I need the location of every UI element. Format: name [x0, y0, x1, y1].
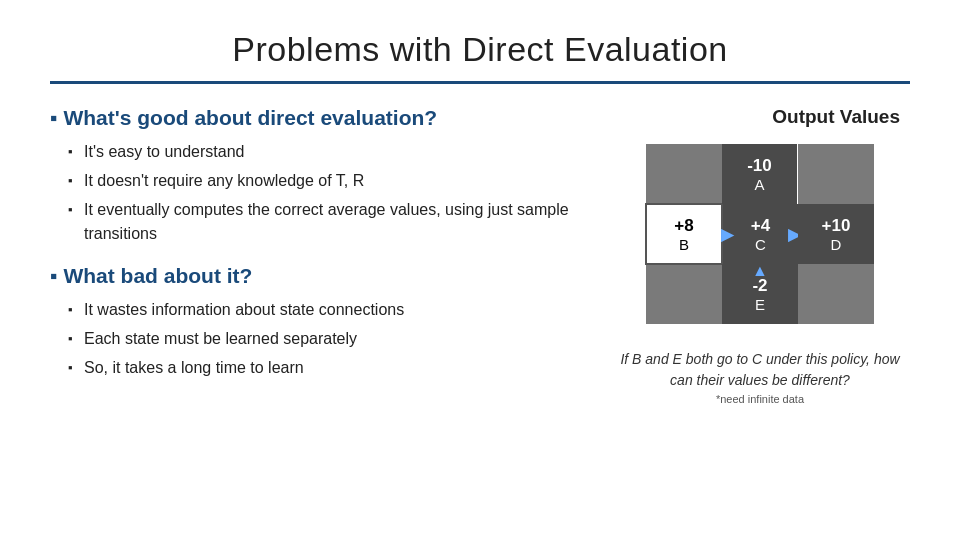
output-grid-container: -10 A +8 B — [645, 144, 875, 339]
grid-cell-d: +10 D — [798, 204, 874, 264]
grid-row-3: ▲ -2 E — [646, 264, 874, 324]
grid-cell-22 — [798, 264, 874, 324]
title-divider — [50, 81, 910, 84]
left-panel: ▪What's good about direct evaluation? It… — [50, 106, 590, 405]
good-bullets: It's easy to understand It doesn't requi… — [68, 140, 590, 246]
good-section: ▪What's good about direct evaluation? It… — [50, 106, 590, 246]
good-bullet-2: It doesn't require any knowledge of T, R — [68, 169, 590, 193]
grid-cell-00 — [646, 144, 722, 204]
good-bullet-3: It eventually computes the correct avera… — [68, 198, 590, 246]
arrow-e-to-c: ▲ — [752, 262, 768, 280]
cell-a-letter: A — [722, 176, 797, 193]
good-bullet-1: It's easy to understand — [68, 140, 590, 164]
cell-b-value: +8 — [647, 216, 721, 236]
cell-b-letter: B — [647, 236, 721, 253]
bad-section: ▪What bad about it? It wastes informatio… — [50, 264, 590, 380]
grid-cell-02 — [798, 144, 874, 204]
slide: Problems with Direct Evaluation ▪What's … — [0, 0, 960, 540]
bad-bullet-3: So, it takes a long time to learn — [68, 356, 590, 380]
cell-d-letter: D — [798, 236, 874, 253]
cell-a-value: -10 — [722, 156, 797, 176]
output-values-label: Output Values — [772, 106, 900, 128]
grid-cell-b: +8 B — [646, 204, 722, 264]
content-area: ▪What's good about direct evaluation? It… — [50, 106, 910, 405]
bad-bullet-2: Each state must be learned separately — [68, 327, 590, 351]
slide-title: Problems with Direct Evaluation — [50, 30, 910, 69]
cell-e-letter: E — [722, 296, 798, 313]
cell-c-letter: C — [723, 236, 798, 253]
cell-c-value: +4 — [723, 216, 798, 236]
grid-cell-c: ▶ +4 C ▶ — [722, 204, 798, 264]
grid-cell-e: ▲ -2 E — [722, 264, 798, 324]
bullet-square-bad: ▪ — [50, 264, 57, 287]
good-section-heading: ▪What's good about direct evaluation? — [50, 106, 590, 130]
bad-bullets: It wastes information about state connec… — [68, 298, 590, 380]
bullet-square-good: ▪ — [50, 106, 57, 129]
output-grid: -10 A +8 B — [645, 144, 875, 324]
grid-row-2: +8 B ▶ +4 C ▶ — [646, 204, 874, 264]
grid-row-1: -10 A — [646, 144, 874, 204]
right-panel: Output Values -10 A — [610, 106, 910, 405]
grid-cell-20 — [646, 264, 722, 324]
grid-small-note: *need infinite data — [716, 393, 804, 405]
bad-section-heading: ▪What bad about it? — [50, 264, 590, 288]
bad-bullet-1: It wastes information about state connec… — [68, 298, 590, 322]
arrow-b-to-c: ▶ — [721, 225, 733, 244]
cell-d-value: +10 — [798, 216, 874, 236]
grid-cell-01: -10 A — [722, 144, 798, 204]
grid-note: If B and E both go to C under this polic… — [610, 349, 910, 391]
